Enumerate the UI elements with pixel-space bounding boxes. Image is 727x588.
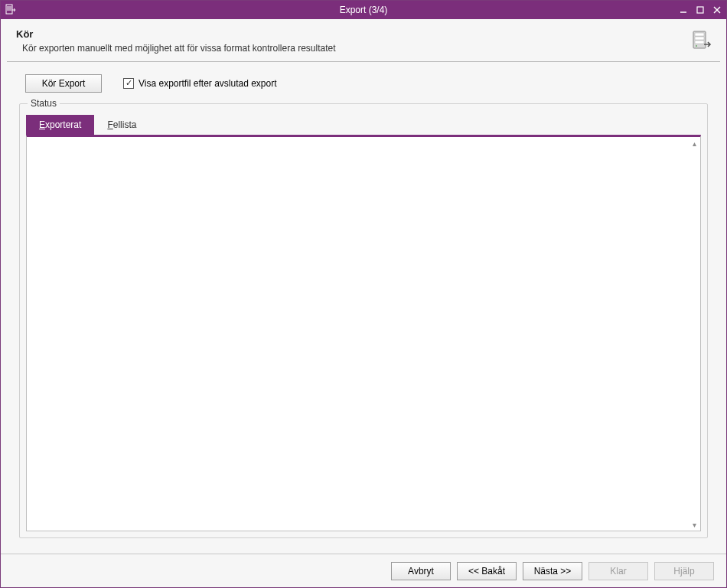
next-button[interactable]: Nästa >> bbox=[523, 562, 582, 580]
tab-fellista[interactable]: Fellista bbox=[94, 115, 149, 135]
content-area: Kör Kör exporten manuellt med möjlighet … bbox=[1, 19, 726, 554]
run-export-button[interactable]: Kör Export bbox=[25, 74, 102, 93]
status-legend: Status bbox=[28, 98, 60, 109]
page-subtitle: Kör exporten manuellt med möjlighet att … bbox=[22, 43, 683, 54]
app-icon bbox=[4, 3, 18, 17]
window-title: Export (3/4) bbox=[1, 5, 726, 15]
scroll-down-icon: ▾ bbox=[690, 520, 699, 529]
status-groupbox: Status Exporterat Fellista ▴ ▾ bbox=[19, 103, 708, 538]
finish-button: Klar bbox=[588, 562, 648, 580]
svg-rect-5 bbox=[697, 7, 703, 13]
page-title: Kör bbox=[16, 28, 683, 40]
titlebar[interactable]: Export (3/4) bbox=[1, 1, 726, 19]
back-button[interactable]: << Bakåt bbox=[457, 562, 517, 580]
status-tab-strip: Exporterat Fellista bbox=[26, 115, 701, 135]
export-wizard-window: Export (3/4) Kör Kör exporten manuellt m… bbox=[0, 0, 727, 588]
minimize-button[interactable] bbox=[679, 5, 688, 15]
tab-exporterat[interactable]: Exporterat bbox=[26, 115, 94, 135]
close-button[interactable] bbox=[712, 5, 722, 15]
checkbox-icon bbox=[123, 78, 134, 89]
cancel-button[interactable]: Avbryt bbox=[391, 562, 451, 580]
help-button: Hjälp bbox=[654, 562, 714, 580]
show-exportfile-checkbox[interactable]: Visa exportfil efter avslutad export bbox=[123, 78, 277, 89]
checkbox-label: Visa exportfil efter avslutad export bbox=[139, 78, 277, 89]
tab-label: Fellista bbox=[107, 119, 136, 130]
maximize-button[interactable] bbox=[696, 5, 705, 15]
svg-point-12 bbox=[696, 45, 697, 47]
svg-rect-9 bbox=[695, 33, 704, 36]
svg-rect-10 bbox=[695, 37, 704, 40]
tab-label: Exporterat bbox=[39, 119, 81, 130]
server-export-icon bbox=[690, 28, 714, 53]
run-controls-row: Kör Export Visa exportfil efter avslutad… bbox=[7, 62, 720, 100]
wizard-footer: Avbryt << Bakåt Nästa >> Klar Hjälp bbox=[1, 554, 726, 587]
svg-rect-0 bbox=[6, 5, 12, 14]
page-header: Kör Kör exporten manuellt med möjlighet … bbox=[7, 19, 720, 62]
svg-rect-11 bbox=[695, 41, 704, 44]
scroll-up-icon: ▴ bbox=[690, 139, 699, 148]
status-output-panel[interactable]: ▴ ▾ bbox=[26, 135, 701, 531]
